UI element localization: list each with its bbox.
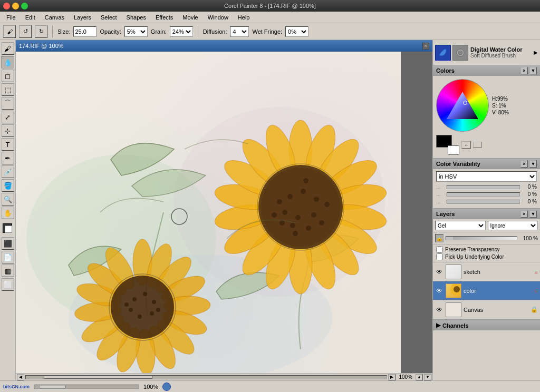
brush-sub: Soft Diffused Brush [470, 53, 532, 58]
opacity-lock-btn[interactable]: 🔒 [435, 234, 443, 242]
menu-help[interactable]: Help [234, 13, 254, 22]
canvas-container: 174.RIF @ 100% × [16, 40, 432, 380]
svg-point-59 [138, 315, 142, 319]
gradient-btn[interactable]: ⬜ [2, 278, 14, 291]
layers-header[interactable]: Layers × ▼ [433, 209, 540, 219]
close-button[interactable] [3, 3, 10, 9]
svg-point-31 [319, 220, 324, 226]
menu-layers[interactable]: Layers [70, 13, 95, 22]
window-controls[interactable] [3, 3, 28, 9]
variability-menu-btn[interactable]: ▼ [529, 160, 537, 168]
scroll-track-h[interactable] [25, 375, 387, 379]
select-rect-tool[interactable]: ⬚ [2, 83, 14, 96]
brush-tool-btn[interactable]: 🖌 [3, 25, 16, 38]
canvas-area[interactable] [16, 52, 432, 373]
color-selector-dot [463, 101, 467, 105]
zoom-tool[interactable]: 🔍 [2, 193, 14, 205]
variability-mode-select[interactable]: in HSV [436, 171, 537, 182]
menu-effects[interactable]: Effects [151, 13, 177, 22]
var-value-2: 0 % [522, 191, 537, 197]
pen-tool[interactable]: ✒ [2, 152, 14, 164]
eraser-tool[interactable]: ◻ [2, 70, 14, 82]
svg-point-23 [287, 194, 293, 199]
menu-file[interactable]: File [2, 13, 20, 22]
background-swatch[interactable] [448, 145, 459, 155]
menu-shapes[interactable]: Shapes [122, 13, 150, 22]
svg-point-32 [277, 199, 282, 204]
brush-arrow[interactable]: ▶ [534, 50, 538, 55]
layer-sketch[interactable]: 👁 sketch ≡ [433, 262, 540, 281]
diffusion-label: Diffusion: [203, 28, 227, 35]
reset-colors-btn[interactable] [473, 142, 481, 148]
layer-eye-sketch[interactable]: 👁 [435, 268, 443, 276]
crop-tool[interactable]: ⊹ [2, 124, 14, 137]
variability-header[interactable]: Color Variability × ▼ [433, 159, 540, 169]
menu-select[interactable]: Select [97, 13, 121, 22]
swap-colors-btn[interactable]: ↔ [461, 141, 471, 149]
color-wheel[interactable] [436, 79, 489, 132]
pattern-btn[interactable]: ▦ [2, 264, 14, 277]
colors-menu-btn[interactable]: ▼ [529, 67, 537, 74]
status-bar: bitsCN.com 100% [0, 380, 540, 392]
size-input[interactable] [73, 26, 97, 37]
svg-point-24 [301, 189, 306, 194]
canvas-close-btn[interactable]: × [422, 43, 429, 50]
colors-close-btn[interactable]: × [520, 67, 528, 74]
scroll-down-btn[interactable]: ▼ [424, 374, 431, 380]
colors-header[interactable]: Colors × ▼ [433, 65, 540, 76]
scroll-right-btn[interactable]: ▶ [388, 374, 396, 380]
layer-eye-canvas[interactable]: 👁 [435, 306, 443, 314]
blend-mode-select[interactable]: Gel [435, 221, 486, 230]
zoom-indicator[interactable] [162, 383, 171, 391]
hand-tool[interactable]: ✋ [2, 207, 14, 219]
maximize-button[interactable] [21, 3, 28, 9]
variability-close-btn[interactable]: × [520, 160, 528, 168]
opacity-select[interactable]: 5% [124, 26, 148, 37]
menu-window[interactable]: Window [204, 13, 233, 22]
pick-up-check[interactable] [436, 253, 443, 260]
color-picker-extra[interactable]: ⬛ [2, 237, 14, 250]
water-tool[interactable]: 💧 [2, 56, 14, 68]
layer-eye-color[interactable]: 👁 [435, 287, 443, 295]
svg-point-30 [306, 226, 311, 231]
minimize-button[interactable] [12, 3, 19, 9]
svg-point-69 [454, 286, 460, 292]
variability-panel: Color Variability × ▼ in HSV ... 0 % [433, 159, 540, 209]
undo-btn[interactable]: ↺ [19, 25, 32, 38]
fill-tool[interactable]: 🪣 [2, 179, 14, 192]
text-tool[interactable]: T [2, 138, 14, 151]
dropper-tool[interactable]: 💉 [2, 165, 14, 178]
wet-fringe-select[interactable]: 0% [285, 26, 308, 37]
h-scroll-track[interactable] [34, 385, 139, 389]
channels-row[interactable]: ▶ Channels [433, 320, 540, 330]
color-hsv-values: H:99% S: 1% V: 80% [492, 96, 509, 115]
layers-menu-btn[interactable]: ▼ [529, 210, 537, 218]
redo-btn[interactable]: ↻ [35, 25, 47, 38]
transform-tool[interactable]: ⤢ [2, 111, 14, 123]
scroll-left-btn[interactable]: ◀ [17, 374, 24, 380]
channels-triangle: ▶ [436, 322, 440, 329]
colors-header-btns: × ▼ [520, 67, 537, 74]
var-slider-3[interactable] [447, 200, 520, 204]
layer-canvas[interactable]: 👁 Canvas 🔒 [433, 300, 540, 319]
svg-point-22 [261, 168, 340, 247]
layer-color[interactable]: 👁 color ≡ [433, 281, 540, 300]
svg-point-56 [143, 292, 147, 296]
menu-movie[interactable]: Movie [178, 13, 202, 22]
var-value-3: 0 % [522, 199, 537, 204]
select-lasso-tool[interactable]: ⌒ [2, 97, 14, 110]
paper-btn[interactable]: 📄 [2, 251, 14, 263]
var-slider-1[interactable] [447, 185, 520, 189]
var-slider-2[interactable] [447, 192, 520, 197]
tool-bar: 🖌 ↺ ↻ Size: Opacity: 5% Grain: 24% Diffu… [0, 23, 540, 40]
scroll-up-btn[interactable]: ▲ [416, 374, 423, 380]
grain-select[interactable]: 24% [170, 26, 193, 37]
menu-edit[interactable]: Edit [21, 13, 40, 22]
preserve-transparency-check[interactable] [436, 246, 443, 253]
brush-tool[interactable]: 🖌 [2, 42, 14, 55]
menu-canvas[interactable]: Canvas [41, 13, 69, 22]
layers-close-btn[interactable]: × [520, 210, 528, 218]
composite-select[interactable]: Ignore [488, 221, 538, 230]
diffusion-select[interactable]: 4 [230, 26, 249, 37]
opacity-slider[interactable] [446, 236, 517, 240]
